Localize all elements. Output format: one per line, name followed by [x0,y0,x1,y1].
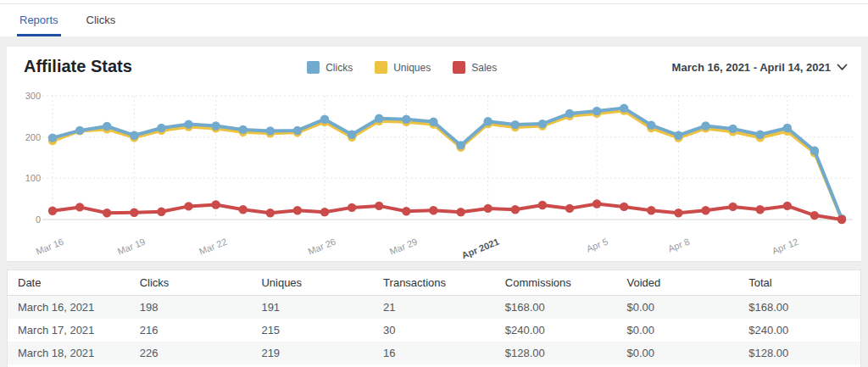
chart-point[interactable] [320,115,329,124]
legend-label: Uniques [393,62,431,74]
tabs: Reports Clicks [0,4,868,36]
chart-point[interactable] [75,126,84,135]
legend-swatch-sales [453,61,465,74]
chart-point[interactable] [701,121,709,130]
svg-text:Mar 16: Mar 16 [34,236,64,257]
chart-point[interactable] [756,131,765,139]
svg-text:Apr 5: Apr 5 [585,236,609,254]
chart-point[interactable] [429,206,437,214]
chart-point[interactable] [620,203,628,211]
chart-point[interactable] [538,201,547,209]
tab-reports[interactable]: Reports [17,4,61,36]
table-cell: March 18, 2021 [8,342,130,364]
chart-point[interactable] [375,114,383,123]
chart-point[interactable] [293,126,302,135]
chart-point[interactable] [756,205,765,214]
chart-point[interactable] [429,118,437,126]
chart-point[interactable] [157,208,165,216]
chart-point[interactable] [484,117,492,125]
chart-point[interactable] [130,209,138,217]
chart-point[interactable] [511,205,520,214]
table-cell: 21 [373,296,495,320]
chart-point[interactable] [184,202,192,210]
table-row: March 16, 202119819121$168.00$0.00$168.0… [8,296,860,320]
affiliate-stats-chart: 0100200300Mar 16Mar 19Mar 22Mar 26Mar 29… [7,85,861,261]
top-tab-bar: Reports Clicks [0,0,868,36]
table-cell: 30 [373,319,495,342]
chart-point[interactable] [674,209,682,217]
chart-point[interactable] [456,141,465,149]
table-header-row: DateClicksUniquesTransactionsCommissions… [8,270,860,296]
table-cell: 191 [251,296,373,320]
chart-point[interactable] [783,202,792,210]
chart-point[interactable] [211,121,220,130]
chart-point[interactable] [184,120,192,128]
chart-point[interactable] [239,205,248,214]
chart-point[interactable] [810,147,819,155]
table-cell: $168.00 [738,296,860,320]
table-cell: 198 [130,296,252,320]
table-cell: March 16, 2021 [8,296,130,320]
svg-text:Apr 12: Apr 12 [771,236,800,256]
chart-point[interactable] [375,202,383,210]
chart-point[interactable] [75,203,84,211]
chart-point[interactable] [103,122,111,131]
chart-point[interactable] [728,203,737,211]
date-range-selector[interactable]: March 16, 2021 - April 14, 2021 [672,57,848,74]
chart-point[interactable] [593,107,601,115]
svg-text:Apr 2021: Apr 2021 [460,236,501,261]
chart-point[interactable] [48,207,57,215]
chart-point[interactable] [130,131,138,140]
column-header-voided: Voided [617,270,739,296]
svg-text:Apr 8: Apr 8 [666,236,691,254]
chart-point[interactable] [293,206,302,214]
chart-point[interactable] [348,131,356,139]
table-row: March 17, 202121621530$240.00$0.00$240.0… [8,319,860,342]
table-cell: $0.00 [617,342,739,364]
chart-point[interactable] [647,206,655,214]
table-cell: $128.00 [738,342,860,364]
chart-point[interactable] [565,109,574,118]
svg-text:Mar 26: Mar 26 [306,236,337,257]
chart-point[interactable] [674,131,682,140]
date-range-label: March 16, 2021 - April 14, 2021 [672,61,831,74]
chart-point[interactable] [783,124,792,132]
chart-point[interactable] [402,207,410,215]
chart-point[interactable] [456,208,465,216]
chart-point[interactable] [402,115,410,124]
chart-point[interactable] [320,208,329,216]
chart-point[interactable] [266,209,275,217]
chart-point[interactable] [565,204,574,213]
chart-point[interactable] [103,209,111,217]
affiliate-stats-card: Affiliate Stats ClicksUniquesSales March… [7,47,861,261]
chart-point[interactable] [538,120,547,128]
chart-point[interactable] [647,120,655,129]
table-body: March 16, 202119819121$168.00$0.00$168.0… [8,296,860,365]
table-cell: $0.00 [617,296,739,320]
page-title: Affiliate Stats [24,57,132,76]
legend-label: Sales [471,62,497,74]
chart-point[interactable] [620,103,628,112]
table-cell: 216 [130,319,252,342]
table-row: March 18, 202122621916$128.00$0.00$128.0… [8,342,860,364]
chart-legend: ClicksUniquesSales [132,57,672,74]
svg-text:100: 100 [25,173,41,183]
chart-point[interactable] [239,125,248,134]
svg-text:Mar 19: Mar 19 [116,236,147,257]
chart-point[interactable] [157,124,165,132]
tab-clicks[interactable]: Clicks [84,4,119,36]
chart-point[interactable] [701,206,709,214]
chart-point[interactable] [348,203,356,212]
chart-point[interactable] [511,120,520,129]
table-cell: $128.00 [495,342,617,364]
chart-point[interactable] [728,125,737,133]
chart-point[interactable] [484,204,492,213]
column-header-commissions: Commissions [495,270,617,296]
chart-point[interactable] [48,133,57,142]
chart-point[interactable] [266,126,275,135]
chart-point[interactable] [837,215,846,224]
chart-point[interactable] [211,200,220,209]
stats-table: DateClicksUniquesTransactionsCommissions… [8,270,860,364]
chart-point[interactable] [810,211,819,220]
chart-point[interactable] [593,199,601,208]
